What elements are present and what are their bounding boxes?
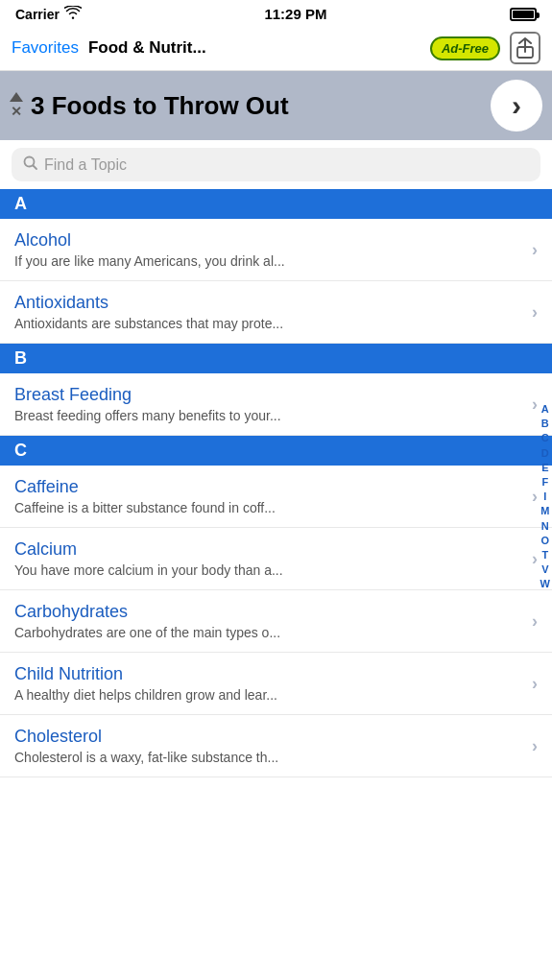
list-item-title: Calcium: [14, 539, 524, 560]
status-left: Carrier: [15, 6, 82, 22]
list-item[interactable]: Alcohol If you are like many Americans, …: [0, 219, 552, 281]
list-item-title: Child Nutrition: [14, 664, 524, 684]
section-header-b: B: [0, 344, 552, 373]
list-item-content: Breast Feeding Breast feeding offers man…: [14, 385, 524, 423]
chevron-right-icon: ›: [532, 240, 538, 260]
ad-text: 3 Foods to Throw Out: [31, 91, 491, 121]
chevron-right-icon: ›: [532, 674, 538, 694]
list-item-content: Caffeine Caffeine is a bitter substance …: [14, 477, 524, 515]
alpha-letter-c[interactable]: C: [541, 432, 549, 444]
search-container: Find a Topic: [0, 140, 552, 189]
wifi-icon: [64, 6, 82, 22]
list-item-desc: Antioxidants are substances that may pro…: [14, 316, 524, 331]
search-input[interactable]: Find a Topic: [44, 156, 127, 174]
list-item[interactable]: Carbohydrates Carbohydrates are one of t…: [0, 590, 552, 653]
list-item-desc: Carbohydrates are one of the main types …: [14, 625, 524, 640]
nav-bar: Favorites Food & Nutrit... Ad-Free: [0, 26, 552, 71]
ad-indicator: ✕: [10, 92, 23, 119]
alpha-letter-n[interactable]: N: [541, 520, 549, 533]
list-item-content: Child Nutrition A healthy diet helps chi…: [14, 664, 524, 703]
alpha-letter-m[interactable]: M: [540, 505, 549, 517]
list-item-desc: If you are like many Americans, you drin…: [14, 253, 524, 269]
list-item[interactable]: Child Nutrition A healthy diet helps chi…: [0, 653, 552, 715]
carrier-label: Carrier: [15, 7, 60, 22]
battery-icon: [510, 8, 537, 21]
list-item[interactable]: Caffeine Caffeine is a bitter substance …: [0, 466, 552, 528]
chevron-right-icon: ›: [532, 549, 538, 569]
ad-banner[interactable]: ✕ 3 Foods to Throw Out ›: [0, 71, 552, 140]
alpha-letter-v[interactable]: V: [541, 563, 548, 576]
alpha-letter-e[interactable]: E: [541, 462, 548, 474]
list-item-title: Antioxidants: [14, 293, 524, 313]
chevron-right-icon: ›: [532, 394, 538, 415]
alpha-letter-d[interactable]: D: [541, 447, 549, 460]
list-item-content: Carbohydrates Carbohydrates are one of t…: [14, 602, 524, 640]
section-header-a: A: [0, 189, 552, 219]
list-item-desc: A healthy diet helps children grow and l…: [14, 687, 524, 703]
alpha-letter-i[interactable]: I: [543, 490, 546, 503]
list-item[interactable]: Cholesterol Cholesterol is a waxy, fat-l…: [0, 715, 552, 777]
list-item-desc: Cholesterol is a waxy, fat-like substanc…: [14, 750, 524, 765]
search-icon: [23, 155, 38, 174]
alpha-letter-o[interactable]: O: [541, 535, 550, 547]
ad-close-icon[interactable]: ✕: [11, 104, 22, 119]
favorites-button[interactable]: Favorites: [12, 38, 79, 58]
list-item-desc: Caffeine is a bitter substance found in …: [14, 500, 524, 515]
share-icon: [516, 37, 534, 59]
ad-triangle-icon: [10, 92, 23, 102]
list-item[interactable]: Calcium You have more calcium in your bo…: [0, 528, 552, 590]
list-item-desc: You have more calcium in your body than …: [14, 562, 524, 578]
status-right: [510, 8, 537, 21]
ad-free-badge[interactable]: Ad-Free: [430, 36, 500, 60]
list-item-title: Breast Feeding: [14, 385, 524, 405]
status-bar: Carrier 11:29 PM: [0, 0, 552, 26]
list-content: A Alcohol If you are like many Americans…: [0, 189, 552, 777]
list-item-title: Carbohydrates: [14, 602, 524, 622]
search-box[interactable]: Find a Topic: [12, 148, 540, 181]
alpha-letter-a[interactable]: A: [541, 403, 549, 416]
alpha-letter-t[interactable]: T: [541, 549, 548, 562]
chevron-right-icon: ›: [532, 487, 538, 507]
alpha-letter-f[interactable]: F: [541, 476, 548, 489]
section-header-c: C: [0, 436, 552, 466]
list-item-title: Alcohol: [14, 230, 524, 251]
alpha-letter-b[interactable]: B: [541, 418, 549, 430]
ad-arrow-button[interactable]: ›: [491, 80, 542, 131]
chevron-right-icon: ›: [532, 736, 538, 756]
list-item-title: Cholesterol: [14, 727, 524, 747]
list-item-content: Alcohol If you are like many Americans, …: [14, 230, 524, 269]
list-item-title: Caffeine: [14, 477, 524, 497]
share-button[interactable]: [510, 32, 540, 64]
chevron-right-icon: ›: [532, 611, 538, 632]
status-time: 11:29 PM: [264, 6, 326, 22]
page-title: Food & Nutrit...: [88, 38, 420, 58]
list-item[interactable]: Breast Feeding Breast feeding offers man…: [0, 373, 552, 436]
list-item-desc: Breast feeding offers many benefits to y…: [14, 408, 524, 423]
list-item-content: Cholesterol Cholesterol is a waxy, fat-l…: [14, 727, 524, 765]
list-item[interactable]: Antioxidants Antioxidants are substances…: [0, 281, 552, 344]
alpha-letter-w[interactable]: W: [540, 578, 550, 590]
chevron-right-icon: ›: [532, 302, 538, 323]
list-item-content: Antioxidants Antioxidants are substances…: [14, 293, 524, 331]
list-item-content: Calcium You have more calcium in your bo…: [14, 539, 524, 578]
alpha-index-sidebar[interactable]: ABCDEFIMNOTVW: [540, 403, 550, 590]
